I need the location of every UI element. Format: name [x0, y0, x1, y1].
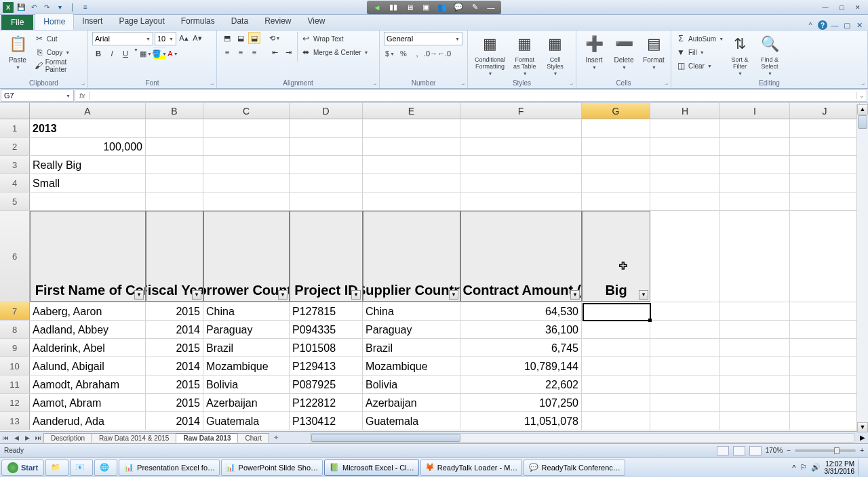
cell[interactable]: Mozambique	[203, 357, 290, 375]
zoom-level[interactable]: 170%	[766, 447, 783, 454]
cell[interactable]	[720, 394, 790, 411]
cell[interactable]: Aalderink, Abel	[30, 339, 146, 357]
increase-decimal-icon[interactable]: .0→	[425, 47, 437, 60]
decrease-decimal-icon[interactable]: ←.0	[438, 47, 450, 60]
select-all-corner[interactable]	[0, 103, 30, 119]
insert-button[interactable]: ➕Insert▼	[580, 32, 608, 71]
excel-app-icon[interactable]: X	[3, 2, 14, 13]
col-header-H[interactable]: H	[650, 103, 720, 119]
cell[interactable]	[720, 412, 790, 430]
cell[interactable]	[790, 321, 860, 338]
cell[interactable]: Guatemala	[363, 412, 460, 430]
header-big[interactable]: Big▾	[582, 211, 650, 302]
cell[interactable]	[720, 339, 790, 357]
tab-insert[interactable]: Insert	[74, 14, 111, 30]
header-borrower[interactable]: Borrower Country▾	[203, 211, 290, 302]
qat-customize-icon[interactable]: ≡	[80, 2, 91, 13]
tab-prev-icon[interactable]: ◀	[11, 434, 22, 441]
cell[interactable]: Guatemala	[203, 412, 290, 430]
cell[interactable]: P130412	[290, 412, 363, 430]
row-header[interactable]: 10	[0, 357, 30, 375]
save-button[interactable]: 💾	[16, 2, 26, 13]
zoom-out-icon[interactable]: −	[787, 447, 791, 454]
header-supplier[interactable]: Supplier Country▾	[363, 211, 460, 302]
currency-icon[interactable]: $▼	[384, 47, 396, 60]
scroll-up-icon[interactable]: ▲	[857, 104, 868, 115]
tab-data[interactable]: Data	[223, 14, 256, 30]
cell[interactable]	[203, 156, 290, 174]
cell[interactable]: Aamot, Abram	[30, 394, 146, 411]
cell[interactable]: China	[363, 302, 460, 320]
cell[interactable]	[720, 156, 790, 174]
cell[interactable]	[790, 412, 860, 430]
cell[interactable]	[203, 192, 290, 210]
zoom-in-icon[interactable]: +	[860, 447, 864, 454]
cell[interactable]	[720, 192, 790, 210]
row-header[interactable]: 4	[0, 174, 30, 192]
cell[interactable]	[363, 174, 460, 192]
col-header-A[interactable]: A	[30, 103, 146, 119]
undo-button[interactable]: ↶	[28, 2, 39, 13]
rec-pen-icon[interactable]: ✎	[469, 2, 481, 13]
cell[interactable]: P101508	[290, 339, 363, 357]
cell[interactable]	[146, 174, 203, 192]
cell[interactable]	[650, 156, 720, 174]
start-button[interactable]: Start	[1, 460, 44, 476]
cell[interactable]: P129413	[290, 357, 363, 375]
increase-indent-icon[interactable]: ⇥	[282, 46, 294, 58]
cell[interactable]	[290, 119, 363, 137]
row-header[interactable]: 1	[0, 119, 30, 137]
cell[interactable]	[363, 156, 460, 174]
cell[interactable]: 2014	[146, 321, 203, 338]
show-desktop-button[interactable]	[859, 460, 864, 476]
col-header-C[interactable]: C	[203, 103, 290, 119]
sheet-tab-nav[interactable]: ⏮ ◀ ▶ ⏭	[0, 434, 44, 441]
cell[interactable]	[650, 357, 720, 375]
decrease-indent-icon[interactable]: ⇤	[269, 46, 281, 58]
cell[interactable]	[582, 138, 650, 155]
filter-icon[interactable]: ▾	[278, 290, 288, 300]
row-header[interactable]: 5	[0, 192, 30, 210]
header-contact[interactable]: Last, First Name of Contact▾	[30, 211, 146, 302]
cell[interactable]	[582, 375, 650, 393]
header-year[interactable]: Fiscal Year▾	[146, 211, 203, 302]
cell[interactable]	[720, 138, 790, 155]
scroll-thumb[interactable]	[858, 115, 867, 129]
cell[interactable]: 6,745	[460, 339, 582, 357]
header-project[interactable]: Project ID▾	[290, 211, 363, 302]
sort-filter-button[interactable]: ⇅Sort & Filter▼	[726, 32, 753, 77]
qat-more-icon[interactable]: ▾	[54, 2, 65, 13]
taskbar-item[interactable]: 📁	[45, 460, 68, 476]
align-top-icon[interactable]: ⬒	[221, 32, 233, 44]
rec-users-icon[interactable]: 👥	[436, 2, 448, 13]
conditional-formatting-button[interactable]: ▦Conditional Formatting▼	[472, 32, 508, 77]
rec-monitor-icon[interactable]: 🖥	[403, 2, 416, 13]
font-size-select[interactable]: 10▼	[155, 32, 176, 45]
tab-page-layout[interactable]: Page Layout	[111, 14, 172, 30]
row-header[interactable]: 3	[0, 156, 30, 174]
close-button[interactable]: ✕	[850, 3, 865, 12]
percent-icon[interactable]: %	[397, 47, 410, 60]
cell[interactable]: Paraguay	[363, 321, 460, 338]
page-layout-view-icon[interactable]	[733, 446, 745, 455]
cell[interactable]	[290, 156, 363, 174]
italic-button[interactable]: I	[106, 47, 118, 60]
align-middle-icon[interactable]: ⬓	[235, 32, 247, 44]
font-color-button[interactable]: A▼	[167, 47, 179, 60]
cell-styles-button[interactable]: ▦Cell Styles▼	[541, 32, 568, 77]
cell[interactable]	[582, 394, 650, 411]
row-header[interactable]: 2	[0, 138, 30, 155]
copy-button[interactable]: ⎘Copy▼	[34, 45, 83, 59]
sheet-tab-chart[interactable]: Chart	[237, 433, 269, 443]
align-bottom-icon[interactable]: ⬓	[248, 32, 260, 44]
cell[interactable]: Aaberg, Aaron	[30, 302, 146, 320]
cell[interactable]: 2013	[30, 119, 146, 137]
cell[interactable]	[290, 138, 363, 155]
cell[interactable]	[460, 174, 582, 192]
taskbar-item[interactable]: 🦊ReadyTalk Loader - M…	[420, 460, 522, 476]
row-header[interactable]: 6	[0, 211, 30, 302]
cell[interactable]	[650, 119, 720, 137]
decrease-font-icon[interactable]: A▾	[191, 32, 203, 44]
cell[interactable]	[650, 138, 720, 155]
cell[interactable]: 2015	[146, 339, 203, 357]
